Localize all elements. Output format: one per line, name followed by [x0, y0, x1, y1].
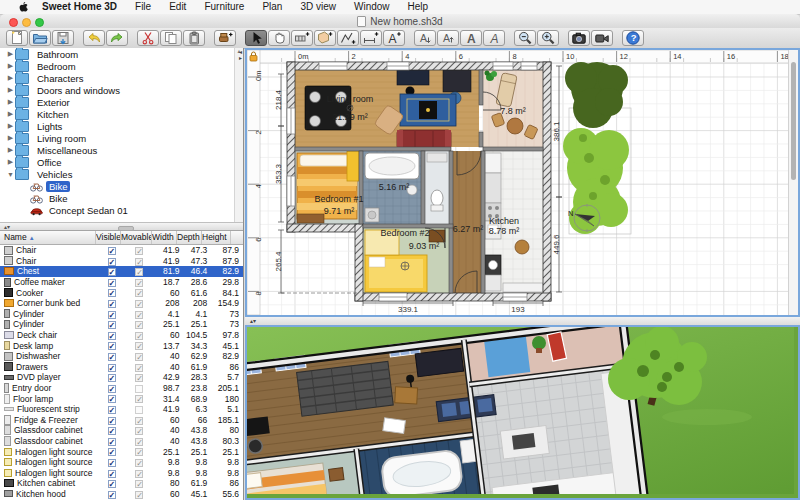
save-button[interactable]	[52, 30, 74, 46]
movable-checkbox[interactable]: ✓	[135, 427, 143, 435]
visible-checkbox[interactable]: ✓	[108, 395, 116, 403]
furniture-row-entry-door-13[interactable]: Entry door✓98.723.8205.1	[0, 383, 243, 394]
view-3d[interactable]	[245, 325, 800, 500]
furniture-row-halogen-light-source-19[interactable]: Halogen light source✓✓25.125.125.1	[0, 446, 243, 457]
furniture-row-halogen-light-source-21[interactable]: Halogen light source✓✓9.89.89.8	[0, 467, 243, 478]
expand-icon[interactable]: ▶	[6, 74, 15, 82]
furniture-row-kitchen-hood-23[interactable]: Kitchen hood✓✓6045.155.6	[0, 489, 243, 500]
decrease-text-size-button[interactable]: A	[414, 30, 436, 46]
expand-icon[interactable]: ▶	[6, 62, 15, 70]
help-button[interactable]: ?	[622, 30, 644, 46]
visible-checkbox[interactable]: ✓	[108, 417, 116, 425]
visible-checkbox[interactable]: ✓	[108, 247, 116, 255]
movable-checkbox[interactable]: ✓	[135, 279, 143, 287]
create-dimensions-button[interactable]	[360, 30, 382, 46]
furniture-row-corner-bunk-bed-5[interactable]: Corner bunk bed✓✓208208154.9	[0, 298, 243, 309]
movable-checkbox[interactable]: ✓	[135, 300, 143, 308]
catalog-scrollbar[interactable]: ▴	[234, 48, 243, 222]
expand-icon[interactable]: ▶	[6, 122, 15, 130]
catalog-category-bedroom[interactable]: ▶Bedroom	[0, 60, 243, 72]
furniture-row-glassdoor-cabinet-18[interactable]: Glassdoor cabinet✓✓4043.880.3	[0, 436, 243, 447]
plan-drawing[interactable]: 0m246810121416180m2468NLiving room21.29 …	[247, 50, 789, 315]
visible-checkbox[interactable]: ✓	[108, 438, 116, 446]
furniture-row-fluorescent-strip-15[interactable]: Fluorescent strip✓41.96.35.1	[0, 404, 243, 415]
plan-scrollbar-thumb[interactable]	[791, 62, 796, 180]
menu-sweet-home-3d[interactable]: Sweet Home 3D	[33, 0, 126, 14]
menu-plan[interactable]: Plan	[253, 0, 291, 14]
visible-checkbox[interactable]: ✓	[108, 332, 116, 340]
furniture-row-chest-2[interactable]: Chest✓✓81.946.482.9	[0, 266, 243, 277]
movable-checkbox[interactable]: ✓	[135, 268, 143, 276]
catalog-table-splitter[interactable]: ▴▾	[0, 222, 243, 231]
movable-checkbox[interactable]	[135, 406, 143, 414]
furniture-row-coffee-maker-3[interactable]: Coffee maker✓✓18.728.629.8	[0, 277, 243, 288]
movable-checkbox[interactable]: ✓	[135, 374, 143, 382]
movable-checkbox[interactable]: ✓	[135, 258, 143, 266]
visible-checkbox[interactable]: ✓	[108, 491, 116, 499]
furniture-row-chair-1[interactable]: Chair✓✓41.947.387.9	[0, 256, 243, 267]
catalog-category-miscellaneous[interactable]: ▶Miscellaneous	[0, 144, 243, 156]
catalog-item-bike[interactable]: Bike	[0, 180, 243, 192]
furniture-row-floor-lamp-14[interactable]: Floor lamp✓✓31.468.9180	[0, 393, 243, 404]
redo-button[interactable]	[106, 30, 128, 46]
catalog-category-lights[interactable]: ▶Lights	[0, 120, 243, 132]
open-button[interactable]	[29, 30, 51, 46]
furniture-row-dishwasher-10[interactable]: Dishwasher✓✓4062.982.9	[0, 351, 243, 362]
movable-checkbox[interactable]: ✓	[135, 417, 143, 425]
visible-checkbox[interactable]: ✓	[108, 279, 116, 287]
visible-checkbox[interactable]: ✓	[108, 364, 116, 372]
catalog-item-bike[interactable]: Bike	[0, 192, 243, 204]
movable-checkbox[interactable]: ✓	[135, 247, 143, 255]
furniture-row-chair-0[interactable]: Chair✓✓41.947.387.9	[0, 245, 243, 256]
view-3d-canvas[interactable]	[247, 327, 794, 494]
create-polylines-button[interactable]	[337, 30, 359, 46]
catalog-category-office[interactable]: ▶Office	[0, 156, 243, 168]
furniture-catalog-tree[interactable]: ▴ ▶Bathroom▶Bedroom▶Characters▶Doors and…	[0, 48, 243, 222]
expand-icon[interactable]: ▶	[6, 158, 15, 166]
expand-icon[interactable]: ▶	[6, 50, 15, 58]
visible-checkbox[interactable]: ✓	[108, 300, 116, 308]
catalog-category-kitchen[interactable]: ▶Kitchen	[0, 108, 243, 120]
apple-icon[interactable]	[18, 1, 29, 13]
furniture-list[interactable]: Name▲VisibleMovableWidthDepthHeightChair…	[0, 231, 243, 500]
visible-checkbox[interactable]: ✓	[108, 311, 116, 319]
visible-checkbox[interactable]: ✓	[108, 289, 116, 297]
column-header-visible[interactable]: Visible	[96, 231, 121, 244]
furniture-row-halogen-light-source-20[interactable]: Halogen light source✓✓9.89.89.8	[0, 457, 243, 468]
plan-canvas[interactable]: 0m246810121416180m2468NLiving room21.29 …	[247, 50, 798, 317]
expand-icon[interactable]: ▶	[6, 146, 15, 154]
movable-checkbox[interactable]: ✓	[135, 480, 143, 488]
increase-text-size-button[interactable]: A	[437, 30, 459, 46]
movable-checkbox[interactable]: ✓	[135, 395, 143, 403]
catalog-category-doors-and-windows[interactable]: ▶Doors and windows	[0, 84, 243, 96]
catalog-category-living-room[interactable]: ▶Living room	[0, 132, 243, 144]
movable-checkbox[interactable]: ✓	[135, 470, 143, 478]
column-header-name[interactable]: Name▲	[0, 231, 96, 244]
column-header-depth[interactable]: Depth	[177, 231, 202, 244]
furniture-row-fridge-freezer-16[interactable]: Fridge & Freezer✓✓6066185.1	[0, 415, 243, 426]
movable-checkbox[interactable]: ✓	[135, 342, 143, 350]
menu-edit[interactable]: Edit	[160, 0, 195, 14]
add-furniture-button[interactable]	[214, 30, 236, 46]
furniture-row-glassdoor-cabinet-17[interactable]: Glassdoor cabinet✓✓4043.880	[0, 425, 243, 436]
menu-3d-view[interactable]: 3D view	[291, 0, 345, 14]
movable-checkbox[interactable]: ✓	[135, 491, 143, 499]
movable-checkbox[interactable]: ✓	[135, 364, 143, 372]
visible-checkbox[interactable]: ✓	[108, 342, 116, 350]
movable-checkbox[interactable]: ✓	[135, 438, 143, 446]
visible-checkbox[interactable]: ✓	[108, 268, 116, 276]
zoom-out-button[interactable]	[514, 30, 536, 46]
expand-icon[interactable]: ▶	[6, 110, 15, 118]
movable-checkbox[interactable]: ✓	[135, 459, 143, 467]
expand-icon[interactable]: ▶	[6, 98, 15, 106]
cut-button[interactable]	[137, 30, 159, 46]
movable-checkbox[interactable]: ✓	[135, 321, 143, 329]
furniture-row-desk-lamp-9[interactable]: Desk lamp✓✓13.734.345.1	[0, 340, 243, 351]
plan-3d-splitter[interactable]: ▴▾	[245, 317, 800, 325]
visible-checkbox[interactable]: ✓	[108, 427, 116, 435]
column-header-width[interactable]: Width	[152, 231, 177, 244]
splitter-grip[interactable]	[118, 226, 134, 231]
column-header-movable[interactable]: Movable	[121, 231, 152, 244]
visible-checkbox[interactable]: ✓	[108, 321, 116, 329]
expand-icon[interactable]: ▶	[6, 86, 15, 94]
